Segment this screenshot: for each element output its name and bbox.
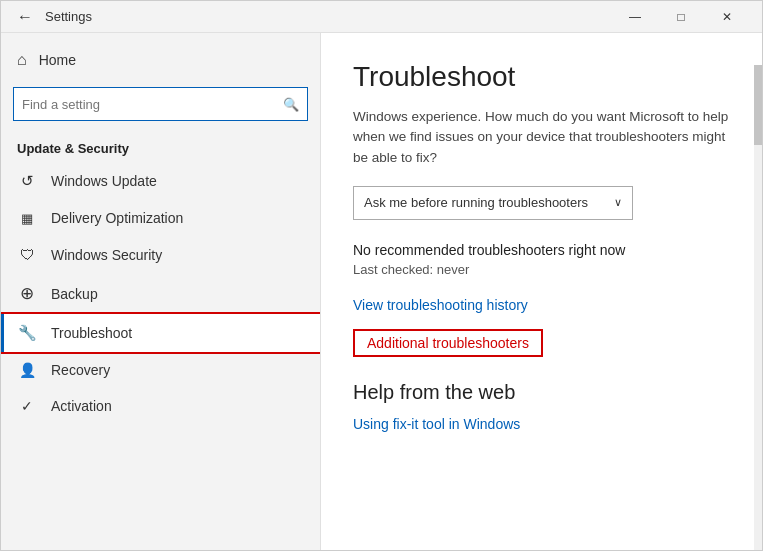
sidebar-item-windows-security[interactable]: 🛡 Windows Security — [1, 236, 320, 273]
main-layout: ⌂ Home 🔍 Update & Security ↺ Windows Upd… — [1, 33, 762, 550]
search-icon: 🔍 — [275, 97, 307, 112]
sidebar-item-label: Recovery — [51, 362, 110, 378]
sidebar: ⌂ Home 🔍 Update & Security ↺ Windows Upd… — [1, 33, 321, 550]
search-box[interactable]: 🔍 — [13, 87, 308, 121]
home-icon: ⌂ — [17, 51, 27, 69]
using-tool-link[interactable]: Using fix-it tool in Windows — [353, 416, 730, 432]
sidebar-item-label: Backup — [51, 286, 98, 302]
windows-security-icon: 🛡 — [17, 246, 37, 263]
windows-update-icon: ↺ — [17, 172, 37, 190]
close-button[interactable]: ✕ — [704, 1, 750, 33]
sidebar-item-delivery-optimization[interactable]: ▦ Delivery Optimization — [1, 200, 320, 236]
settings-window: ← Settings — □ ✕ ⌂ Home 🔍 Update & Secur… — [0, 0, 763, 551]
view-history-link[interactable]: View troubleshooting history — [353, 297, 730, 313]
content-panel: Troubleshoot Windows experience. How muc… — [321, 33, 762, 468]
troubleshoot-icon: 🔧 — [17, 324, 37, 342]
delivery-optimization-icon: ▦ — [17, 211, 37, 226]
sidebar-item-troubleshoot[interactable]: 🔧 Troubleshoot — [1, 314, 320, 352]
sidebar-item-windows-update[interactable]: ↺ Windows Update — [1, 162, 320, 200]
sidebar-item-recovery[interactable]: 👤 Recovery — [1, 352, 320, 388]
page-title: Troubleshoot — [353, 61, 730, 93]
recovery-icon: 👤 — [17, 362, 37, 378]
additional-troubleshooters-link[interactable]: Additional troubleshooters — [353, 329, 543, 357]
titlebar: ← Settings — □ ✕ — [1, 1, 762, 33]
help-from-web-heading: Help from the web — [353, 381, 730, 404]
sidebar-item-label: Windows Update — [51, 173, 157, 189]
scrollbar-thumb[interactable] — [754, 65, 762, 145]
minimize-button[interactable]: — — [612, 1, 658, 33]
sidebar-item-home[interactable]: ⌂ Home — [1, 41, 320, 79]
sidebar-item-label: Delivery Optimization — [51, 210, 183, 226]
sidebar-item-backup[interactable]: ⊕ Backup — [1, 273, 320, 314]
maximize-button[interactable]: □ — [658, 1, 704, 33]
sidebar-item-label: Troubleshoot — [51, 325, 132, 341]
activation-icon: ✓ — [17, 398, 37, 414]
search-input[interactable] — [14, 97, 275, 112]
no-troubleshooters-text: No recommended troubleshooters right now — [353, 242, 730, 258]
sidebar-item-activation[interactable]: ✓ Activation — [1, 388, 320, 424]
window-controls: — □ ✕ — [612, 1, 750, 33]
sidebar-item-label: Windows Security — [51, 247, 162, 263]
window-title: Settings — [45, 9, 612, 24]
content-description: Windows experience. How much do you want… — [353, 107, 730, 168]
scrollbar-track[interactable] — [754, 65, 762, 550]
back-button[interactable]: ← — [13, 5, 37, 29]
troubleshooter-dropdown[interactable]: Ask me before running troubleshooters ∨ — [353, 186, 633, 220]
home-label: Home — [39, 52, 76, 68]
sidebar-section-header: Update & Security — [1, 133, 320, 162]
dropdown-label: Ask me before running troubleshooters — [364, 195, 588, 210]
content-wrapper: Troubleshoot Windows experience. How muc… — [321, 33, 762, 550]
backup-icon: ⊕ — [17, 283, 37, 304]
chevron-down-icon: ∨ — [614, 196, 622, 209]
sidebar-item-label: Activation — [51, 398, 112, 414]
last-checked-text: Last checked: never — [353, 262, 730, 277]
